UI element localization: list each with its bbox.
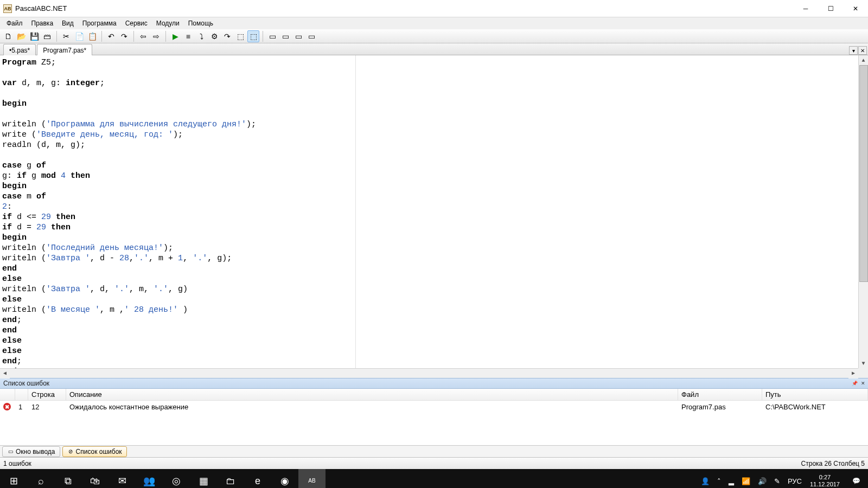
- start-button[interactable]: ⊞: [0, 469, 27, 488]
- tab-close-button[interactable]: ✕: [858, 46, 867, 55]
- error-panel-title: Список ошибок: [3, 380, 49, 387]
- col-file[interactable]: Файл: [678, 389, 762, 400]
- toolbar-undo-button[interactable]: ↶: [105, 30, 117, 42]
- tray-notifications-icon[interactable]: 💬: [844, 469, 868, 488]
- menu-вид[interactable]: Вид: [58, 18, 78, 28]
- editor-tab[interactable]: Program7.pas*: [37, 44, 92, 55]
- toolbar-separator: [133, 31, 134, 42]
- bottom-tab[interactable]: ⊘Список ошибок: [62, 446, 127, 457]
- title-bar: AB PascalABC.NET ─ ☐ ✕: [0, 0, 868, 17]
- bottom-tab[interactable]: ▭Окно вывода: [2, 446, 60, 457]
- tray-battery-icon[interactable]: ▂: [725, 469, 738, 488]
- scroll-left-arrow[interactable]: ◀: [0, 369, 10, 378]
- system-tray: 👤 ˄ ▂ 📶 🔊 ✎ РУС 0:27 11.12.2017 💬: [697, 469, 868, 488]
- toolbar-paste-button[interactable]: 📋: [86, 30, 98, 42]
- editor-tab-strip: •5.pas*Program7.pas* ▾ ✕: [0, 43, 868, 55]
- maximize-button[interactable]: ☐: [818, 0, 843, 17]
- error-description: Ожидалось константное выражение: [66, 403, 678, 411]
- toolbar-stop-button[interactable]: ■: [182, 30, 194, 42]
- tab-label: •5.pas*: [9, 47, 30, 54]
- tab-label: Program7.pas*: [43, 47, 86, 54]
- toolbar-form-button[interactable]: ▭: [266, 30, 278, 42]
- app-icon: AB: [3, 4, 12, 13]
- toolbar-cut-button[interactable]: ✂: [60, 30, 72, 42]
- scroll-up-arrow[interactable]: ▲: [859, 55, 869, 65]
- toolbar-compile-button[interactable]: ⚙: [208, 30, 220, 42]
- task-view-button[interactable]: ⧉: [54, 469, 81, 488]
- panel-pin-button[interactable]: 📌: [851, 380, 858, 387]
- error-file: Program7.pas: [678, 403, 762, 411]
- tray-pen-icon[interactable]: ✎: [770, 469, 784, 488]
- toolbar-save-all-button[interactable]: 🗃: [41, 30, 53, 42]
- toolbar-res-button[interactable]: ▭: [305, 30, 317, 42]
- status-error-count: 1 ошибок: [3, 460, 31, 467]
- output-window-icon: ▭: [7, 448, 14, 455]
- bottom-tab-label: Список ошибок: [76, 448, 122, 455]
- tray-wifi-icon[interactable]: 📶: [738, 469, 754, 488]
- tray-date: 11.12.2017: [810, 481, 840, 488]
- menu-модули[interactable]: Модули: [152, 18, 184, 28]
- toolbar-props-button[interactable]: ▭: [292, 30, 304, 42]
- taskbar-app-mail[interactable]: ✉: [108, 469, 136, 488]
- error-table-header: Строка Описание Файл Путь: [0, 389, 868, 401]
- taskbar-app-people[interactable]: 👥: [136, 469, 163, 488]
- tray-time: 0:27: [819, 474, 831, 481]
- toolbar-redo-button[interactable]: ↷: [118, 30, 130, 42]
- toolbar-open-button[interactable]: 📂: [15, 30, 27, 42]
- scroll-thumb[interactable]: [859, 65, 868, 282]
- menu-сервис[interactable]: Сервис: [121, 18, 152, 28]
- toolbar: 🗋📂💾🗃✂📄📋↶↷⇦⇨▶■⤵⚙↷⬚⬚▭▭▭▭: [0, 29, 868, 43]
- toolbar-run-button[interactable]: ▶: [169, 30, 181, 42]
- col-line[interactable]: Строка: [28, 389, 66, 400]
- panel-close-button[interactable]: ✕: [859, 380, 867, 387]
- taskbar-app-explorer[interactable]: 🗀: [217, 469, 244, 488]
- tray-language[interactable]: РУС: [784, 469, 806, 488]
- editor-tab[interactable]: •5.pas*: [3, 44, 36, 55]
- toolbar-trace-into-button[interactable]: ⬚: [247, 30, 259, 42]
- app-title: PascalABC.NET: [15, 4, 67, 12]
- taskbar-app-chrome[interactable]: ◉: [271, 469, 298, 488]
- menu-программа[interactable]: Программа: [78, 18, 121, 28]
- error-icon: ✖: [3, 403, 11, 410]
- error-row[interactable]: ✖112Ожидалось константное выражениеProgr…: [0, 401, 868, 413]
- toolbar-nav-back-button[interactable]: ⇦: [137, 30, 149, 42]
- toolbar-designer-button[interactable]: ▭: [279, 30, 291, 42]
- toolbar-trace-button[interactable]: ⬚: [234, 30, 246, 42]
- menu-файл[interactable]: Файл: [2, 18, 27, 28]
- taskbar-app-groove[interactable]: ◎: [163, 469, 190, 488]
- taskbar-app-pascalabc[interactable]: AB: [298, 469, 326, 488]
- window-controls: ─ ☐ ✕: [793, 0, 868, 17]
- editor-vertical-scrollbar[interactable]: ▲ ▼: [858, 55, 868, 368]
- close-button[interactable]: ✕: [843, 0, 868, 17]
- toolbar-nav-fwd-button[interactable]: ⇨: [150, 30, 162, 42]
- tab-dropdown-button[interactable]: ▾: [849, 46, 858, 55]
- taskbar-app-edge[interactable]: e: [244, 469, 271, 488]
- col-icon[interactable]: [0, 389, 15, 400]
- scroll-right-arrow[interactable]: ▶: [848, 369, 858, 378]
- code-editor[interactable]: Program Z5; var d, m, g: integer; begin …: [0, 55, 868, 378]
- tray-volume-icon[interactable]: 🔊: [754, 469, 770, 488]
- toolbar-save-button[interactable]: 💾: [28, 30, 40, 42]
- toolbar-separator: [56, 31, 57, 42]
- toolbar-new-button[interactable]: 🗋: [2, 30, 14, 42]
- col-path[interactable]: Путь: [762, 389, 868, 400]
- toolbar-copy-button[interactable]: 📄: [73, 30, 85, 42]
- editor-horizontal-scrollbar[interactable]: ◀ ▶: [0, 368, 858, 378]
- search-button[interactable]: ⌕: [27, 469, 54, 488]
- toolbar-step-over-button[interactable]: ↷: [221, 30, 233, 42]
- tray-clock[interactable]: 0:27 11.12.2017: [806, 474, 844, 488]
- tray-people-icon[interactable]: 👤: [697, 469, 713, 488]
- taskbar-app-store[interactable]: 🛍: [81, 469, 108, 488]
- scroll-down-arrow[interactable]: ▼: [859, 358, 869, 368]
- col-index[interactable]: [15, 389, 28, 400]
- menu-помощь[interactable]: Помощь: [184, 18, 218, 28]
- toolbar-step-button[interactable]: ⤵: [195, 30, 207, 42]
- tray-expand-icon[interactable]: ˄: [713, 469, 725, 488]
- menu-правка[interactable]: Правка: [27, 18, 58, 28]
- toolbar-separator: [165, 31, 166, 42]
- taskbar-app-calculator[interactable]: ▦: [190, 469, 217, 488]
- minimize-button[interactable]: ─: [793, 0, 818, 17]
- col-description[interactable]: Описание: [66, 389, 678, 400]
- error-line: 12: [28, 403, 66, 411]
- editor-content[interactable]: Program Z5; var d, m, g: integer; begin …: [2, 57, 858, 368]
